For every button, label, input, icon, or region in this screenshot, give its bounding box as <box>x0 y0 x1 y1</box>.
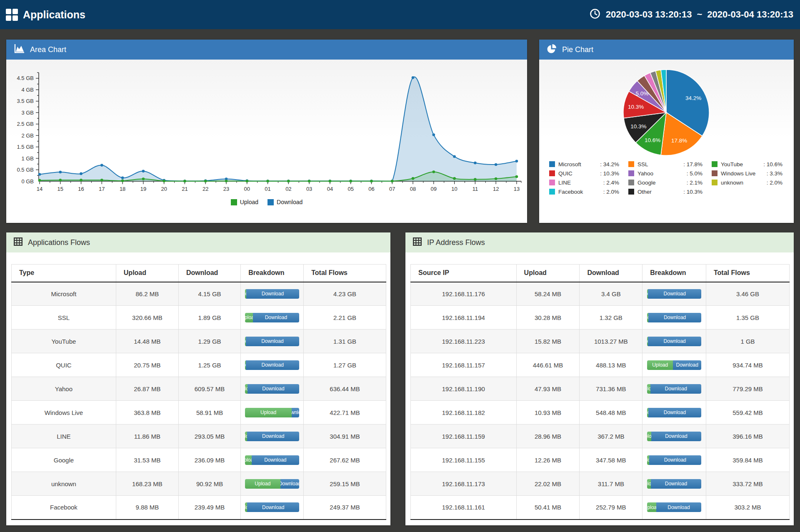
table-row: Microsoft86.2 MB4.15 GBUploadDownload4.2… <box>12 282 386 306</box>
legend-value: : 3.3% <box>767 170 782 177</box>
table-row: SSL320.66 MB1.89 GBUploadDownload2.21 GB <box>12 306 386 330</box>
column-header: Breakdown <box>642 265 706 282</box>
area-chart-legend[interactable]: UploadDownload <box>6 199 527 205</box>
legend-value: : 17.8% <box>683 161 702 167</box>
cell-breakdown: UploadDownload <box>642 377 706 401</box>
svg-text:12: 12 <box>493 186 499 192</box>
cell-type: QUIC <box>12 353 116 377</box>
breakdown-upload-segment: Upload <box>647 432 651 441</box>
area-chart-panel: Area Chart 0 GB0.5 GB1 GB1.5 GB2 GB2.5 G… <box>6 40 527 223</box>
cell-breakdown: UploadDownload <box>642 330 706 353</box>
legend-swatch <box>628 170 634 176</box>
table-row: 192.168.11.18210.93 MB548.48 MBUploadDow… <box>411 401 790 425</box>
breakdown-download-label: Download <box>676 362 698 368</box>
cell-type: Google <box>12 448 116 472</box>
cell-upload: 168.23 MB <box>116 472 178 496</box>
cell-type: 192.168.11.194 <box>411 306 517 330</box>
breakdown-bar: UploadDownload <box>245 313 299 322</box>
cell-upload: 11.86 MB <box>116 425 178 448</box>
svg-text:11: 11 <box>472 186 478 192</box>
breakdown-upload-segment: Upload <box>647 479 651 489</box>
cell-upload: 47.93 MB <box>516 377 580 401</box>
legend-label: Yahoo <box>638 170 653 177</box>
table-row: Windows Live363.8 MB58.91 MBUploadDownlo… <box>12 401 386 425</box>
pie-chart-panel-header: Pie Chart <box>539 40 794 60</box>
pie-chart-svg[interactable]: 34.2%17.8%10.6%10.3%10.3%5.0% <box>539 60 794 159</box>
top-bar: Applications 2020-03-03 13:20:13 ~ 2020-… <box>0 0 800 29</box>
pie-chart-legend[interactable]: Microsoft: 34.2%QUIC: 10.3%LINE: 2.4%Fac… <box>549 160 782 196</box>
breakdown-download-segment: Download <box>651 432 702 441</box>
column-header: Upload <box>116 265 178 282</box>
cell-type: 192.168.11.173 <box>411 472 517 496</box>
breakdown-download-label: Download <box>265 315 287 320</box>
cell-download: 252.79 MB <box>580 496 642 520</box>
cell-type: unknown <box>12 472 116 496</box>
breakdown-download-segment: Download <box>648 408 701 417</box>
pie-legend-item-facebook[interactable]: Facebook: 2.0% <box>549 187 619 196</box>
data-point-download <box>412 76 415 79</box>
cell-download: 1.25 GB <box>178 353 240 377</box>
breakdown-download-segment: Download <box>649 455 702 465</box>
pie-legend-item-other[interactable]: Other: 10.3% <box>628 187 702 196</box>
table-row: 192.168.11.17322.02 MB311.7 MBUploadDown… <box>411 472 790 496</box>
data-point-upload <box>287 180 290 182</box>
legend-swatch <box>628 180 634 185</box>
svg-text:13: 13 <box>514 186 520 192</box>
column-header: Breakdown <box>241 265 304 282</box>
column-header: Total Flows <box>706 265 790 282</box>
legend-swatch <box>712 161 718 167</box>
svg-text:07: 07 <box>389 186 395 192</box>
cell-total-flows: 934.74 MB <box>706 353 790 377</box>
breakdown-download-label: Download <box>665 481 687 487</box>
svg-text:10: 10 <box>451 186 457 192</box>
data-point-download <box>59 171 62 174</box>
data-point-upload <box>391 180 394 182</box>
legend-item-download[interactable]: Download <box>268 199 302 205</box>
pie-legend-item-windows-live[interactable]: Windows Live: 3.3% <box>712 169 782 178</box>
cell-type: 192.168.11.161 <box>411 496 517 520</box>
cell-upload: 22.02 MB <box>516 472 580 496</box>
page-title: Applications <box>23 9 85 21</box>
pie-legend-item-microsoft[interactable]: Microsoft: 34.2% <box>549 160 619 169</box>
table-header-row: TypeUploadDownloadBreakdownTotal Flows <box>12 265 386 282</box>
breakdown-download-label: Download <box>261 338 283 344</box>
legend-item-upload[interactable]: Upload <box>231 199 258 205</box>
data-point-upload <box>59 179 62 182</box>
pie-legend-item-google[interactable]: Google: 2.1% <box>628 178 702 187</box>
legend-swatch <box>268 199 274 205</box>
pie-legend-item-line[interactable]: LINE: 2.4% <box>549 178 619 187</box>
data-point-download <box>474 162 477 165</box>
series-download[interactable] <box>38 76 518 182</box>
svg-text:22: 22 <box>202 186 208 192</box>
svg-text:08: 08 <box>410 186 416 192</box>
pie-legend-item-ssl[interactable]: SSL: 17.8% <box>628 160 702 169</box>
breakdown-bar: UploadDownload <box>245 432 299 441</box>
date-range-picker[interactable]: 2020-03-03 13:20:13 ~ 2020-03-04 13:20:1… <box>589 8 793 21</box>
pie-legend-item-quic[interactable]: QUIC: 10.3% <box>549 169 619 178</box>
svg-text:21: 21 <box>182 186 188 192</box>
data-point-upload <box>308 180 311 182</box>
cell-download: 347.58 MB <box>580 448 642 472</box>
data-point-download <box>432 133 435 136</box>
legend-value: : 10.3% <box>600 170 619 177</box>
svg-text:05: 05 <box>348 186 353 192</box>
breakdown-download-label: Download <box>262 505 284 510</box>
data-point-upload <box>100 179 103 182</box>
pie-slice-label: 17.8% <box>671 137 687 144</box>
applications-flows-body: TypeUploadDownloadBreakdownTotal Flows M… <box>6 252 390 520</box>
cell-upload: 9.88 MB <box>116 496 178 520</box>
breakdown-upload-label: Upload <box>647 481 651 487</box>
cell-breakdown: UploadDownload <box>241 472 304 496</box>
pie-legend-item-unknown[interactable]: unknown: 2.0% <box>712 178 782 187</box>
breakdown-upload-segment: Upload <box>245 455 251 465</box>
svg-text:1.5 GB: 1.5 GB <box>17 144 34 150</box>
cell-total-flows: 2.21 GB <box>304 306 386 330</box>
cell-total-flows: 1 GB <box>706 330 790 353</box>
column-header: Source IP <box>411 265 517 282</box>
pie-legend-item-yahoo[interactable]: Yahoo: 5.0% <box>628 169 702 178</box>
breakdown-download-label: Download <box>665 433 687 439</box>
data-point-upload <box>246 180 249 182</box>
svg-text:2 GB: 2 GB <box>21 132 34 139</box>
pie-legend-item-youtube[interactable]: YouTube: 10.6% <box>712 160 782 169</box>
cell-breakdown: UploadDownload <box>642 496 706 520</box>
